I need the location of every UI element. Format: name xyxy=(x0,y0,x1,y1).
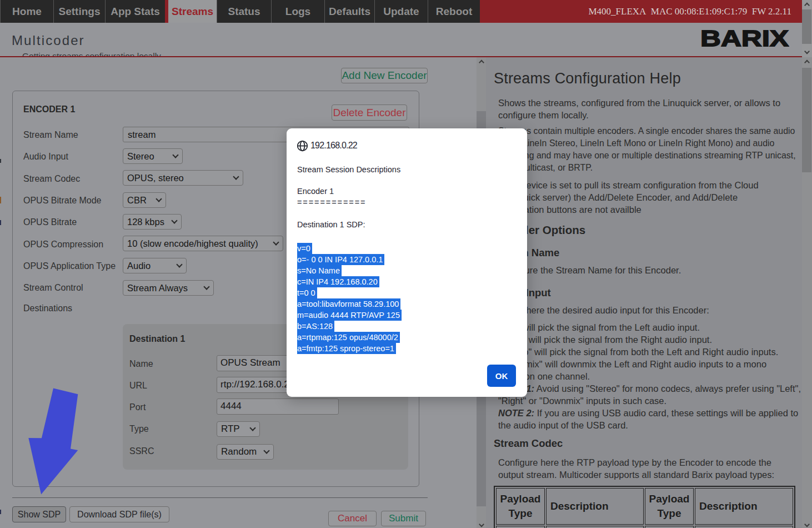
svg-text:BARIX: BARIX xyxy=(700,29,789,47)
